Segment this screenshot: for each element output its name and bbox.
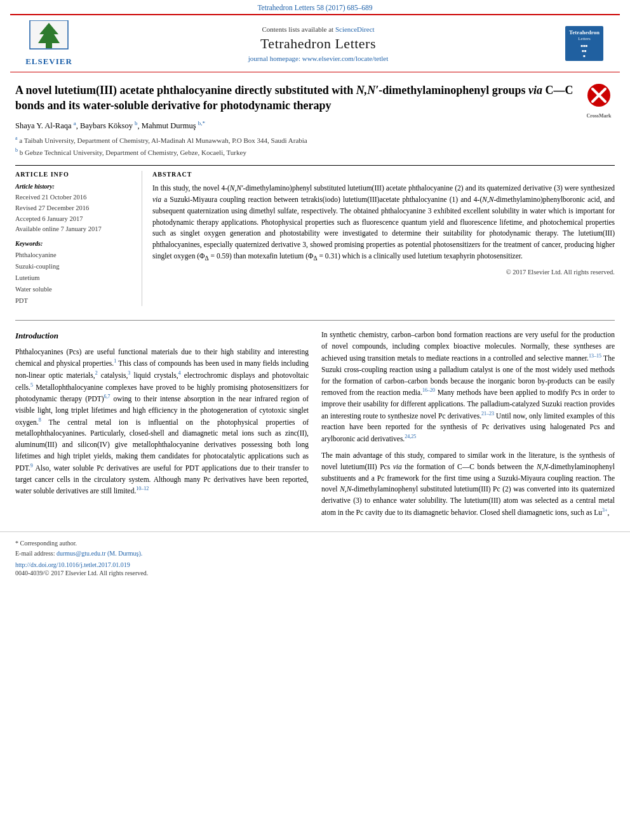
affiliation-a: a a Taibah University, Department of Che… <box>15 135 615 145</box>
sciencedirect-link[interactable]: ScienceDirect <box>335 25 375 33</box>
introduction-heading: Introduction <box>15 330 309 342</box>
journal-right-logo: Tetrahedron Letters ■■■■■■ <box>559 26 610 62</box>
article-info-heading: Article Info <box>15 171 131 178</box>
elsevier-text: ELSEVIER <box>25 57 72 67</box>
history-label: Article history: <box>15 183 131 190</box>
body-text: Introduction Phthalocyanines (Pcs) are u… <box>0 330 630 523</box>
received-date: Received 21 October 2016 <box>15 192 131 203</box>
journal-header: ELSEVIER Contents lists available at Sci… <box>10 14 620 72</box>
keywords-label: Keywords: <box>15 240 131 247</box>
article-title: A novel lutetium(III) acetate phthalocya… <box>15 83 615 114</box>
body-left-col: Introduction Phthalocyanines (Pcs) are u… <box>15 330 309 523</box>
abstract-panel: ABSTRACT In this study, the novel 4-(N,N… <box>142 171 615 306</box>
tetlet-cover-image: Tetrahedron Letters ■■■■■■ <box>565 26 603 62</box>
contents-available-line: Contents lists available at ScienceDirec… <box>77 25 559 33</box>
authors-line: Shaya Y. Al-Raqa a, Baybars Köksoy b, Ma… <box>15 120 615 131</box>
journal-reference: Tetrahedron Letters 58 (2017) 685–689 <box>0 0 630 14</box>
intro-p1: Phthalocyanines (Pcs) are useful functio… <box>15 347 309 497</box>
keywords-list: Phthalocyanine Suzuki-coupling Lutetium … <box>15 250 131 306</box>
homepage-url[interactable]: www.elsevier.com/locate/tetlet <box>302 55 389 62</box>
journal-title: Tetrahedron Letters <box>77 36 559 52</box>
affiliation-b: b b Gebze Technical University, Departme… <box>15 147 615 157</box>
available-date: Available online 7 January 2017 <box>15 224 131 235</box>
revised-date: Revised 27 December 2016 <box>15 203 131 214</box>
article-info-abstract: Article Info Article history: Received 2… <box>15 165 615 306</box>
abstract-heading: ABSTRACT <box>152 171 615 178</box>
footer-copyright: 0040-4039/© 2017 Elsevier Ltd. All right… <box>15 570 615 577</box>
accepted-date: Accepted 6 January 2017 <box>15 214 131 225</box>
footer-email[interactable]: durmus@gtu.edu.tr (M. Durmuş). <box>57 550 142 557</box>
article-info-panel: Article Info Article history: Received 2… <box>15 171 142 306</box>
copyright-line: © 2017 Elsevier Ltd. All rights reserved… <box>152 269 615 276</box>
abstract-text: In this study, the novel 4-(N,N′-dimethy… <box>152 183 615 263</box>
footer: * Corresponding author. E-mail address: … <box>0 531 630 580</box>
elsevier-logo: ELSEVIER <box>20 20 77 67</box>
footer-notes: * Corresponding author. E-mail address: … <box>15 538 615 559</box>
journal-center-info: Contents lists available at ScienceDirec… <box>77 25 559 62</box>
right-p1: In synthetic chemistry, carbon–carbon bo… <box>321 330 615 444</box>
homepage-line: journal homepage: www.elsevier.com/locat… <box>77 55 559 62</box>
footer-doi[interactable]: http://dx.doi.org/10.1016/j.tetlet.2017.… <box>15 561 615 568</box>
body-right-col: In synthetic chemistry, carbon–carbon bo… <box>321 330 615 523</box>
crossmark-badge[interactable]: CrossMark <box>583 83 615 120</box>
article-section: A novel lutetium(III) acetate phthalocya… <box>0 72 630 311</box>
right-p2: The main advantage of this study, compar… <box>321 450 615 519</box>
section-divider <box>15 320 615 321</box>
